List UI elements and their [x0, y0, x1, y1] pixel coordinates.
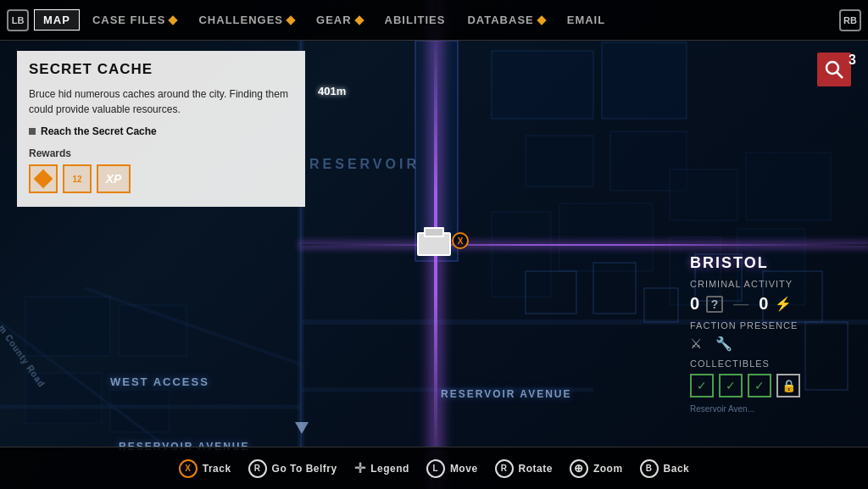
go-to-belfry-button[interactable]: R Go To Belfry — [248, 459, 337, 478]
cache-icon — [417, 232, 451, 256]
l-button-circle: L — [426, 459, 445, 478]
rewards-section: Rewards 12 XP — [29, 147, 293, 193]
bristol-title: BRISTOL — [690, 254, 860, 272]
nav-challenges[interactable]: CHALLENGES — [189, 9, 303, 31]
reward-xp: XP — [97, 164, 131, 193]
nav-database[interactable]: DATABASE — [458, 9, 554, 31]
zoom-label: Zoom — [593, 463, 623, 475]
collectibles-row: ✓ ✓ ✓ 🔒 — [690, 374, 860, 397]
west-access-label: West Access — [110, 375, 209, 388]
rb-button[interactable]: RB — [839, 9, 861, 31]
criminal-activity-row: 0 ? — 0 ⚡ — [690, 294, 860, 314]
svg-rect-1 — [602, 42, 687, 119]
svg-rect-10 — [25, 297, 110, 356]
question-icon: ? — [706, 296, 723, 313]
area-label: Reservoir Aven... — [690, 404, 860, 414]
nav-case-files[interactable]: CASE FILES — [83, 9, 186, 31]
collectible-badge-3: ✓ — [748, 374, 771, 397]
criminal-value-1: 0 — [690, 294, 699, 314]
search-icon — [824, 59, 844, 80]
faction-presence-label: Faction Presence — [690, 320, 860, 331]
map-triangle-marker — [295, 422, 309, 434]
search-badge[interactable] — [817, 53, 851, 86]
zoom-button-circle: ⊕ — [570, 459, 588, 478]
back-button[interactable]: B Back — [640, 459, 690, 478]
distance-label: 401m — [318, 85, 346, 97]
panel-description: Bruce hid numerous caches around the cit… — [29, 86, 293, 117]
nav-diamond-gear — [354, 15, 364, 25]
legend-label: Legend — [370, 463, 409, 475]
bristol-panel: BRISTOL Criminal Activity 0 ? — 0 ⚡ Fact… — [690, 254, 860, 414]
move-button[interactable]: L Move — [426, 459, 478, 478]
svg-rect-2 — [526, 136, 593, 186]
r-button-circle-2: R — [495, 459, 514, 478]
collectible-badge-1: ✓ — [690, 374, 714, 397]
collectible-badge-lock: 🔒 — [776, 374, 800, 397]
faction-icon-2: 🔧 — [715, 336, 732, 352]
collectibles-label: Collectibles — [690, 358, 860, 369]
cache-x-button[interactable]: X — [452, 232, 469, 249]
track-button[interactable]: X Track — [179, 459, 231, 478]
nav-map[interactable]: MAP — [34, 9, 80, 31]
skull-icon: ⚡ — [775, 296, 792, 312]
b-button-circle: B — [640, 459, 659, 478]
nav-diamond-database — [537, 15, 546, 25]
reward-icon-12: 12 — [63, 164, 92, 193]
faction-icon-1: ⚔ — [690, 336, 702, 352]
move-label: Move — [450, 463, 478, 475]
search-badge-count: 3 — [849, 53, 856, 68]
back-label: Back — [664, 463, 690, 475]
reservoir-map-label: RESERVOIR — [309, 157, 420, 172]
rewards-title: Rewards — [29, 147, 293, 159]
rewards-row: 12 XP — [29, 164, 293, 193]
reward-icon-diamond — [29, 164, 58, 193]
rotate-button[interactable]: R Rotate — [495, 459, 553, 478]
plus-icon: ✛ — [354, 460, 366, 476]
svg-line-20 — [85, 288, 301, 364]
svg-rect-6 — [670, 169, 737, 220]
svg-rect-5 — [559, 203, 653, 271]
legend-button[interactable]: ✛ Legend — [354, 460, 409, 476]
faction-row: ⚔ 🔧 — [690, 336, 860, 352]
nav-gear[interactable]: GEAR — [307, 9, 372, 31]
mission-bullet — [29, 128, 36, 135]
header-nav: LB MAP CASE FILES CHALLENGES GEAR ABILIT… — [0, 0, 868, 41]
svg-rect-0 — [492, 51, 593, 119]
reservoir-avenue-label-1: Reservoir Avenue — [441, 388, 571, 400]
nav-email[interactable]: EMAIL — [558, 9, 615, 31]
zoom-button[interactable]: ⊕ Zoom — [570, 459, 623, 478]
mission-item: Reach the Secret Cache — [29, 125, 293, 137]
svg-rect-7 — [746, 153, 831, 220]
track-label: Track — [203, 463, 231, 475]
stat-separator: — — [733, 295, 748, 313]
reward-diamond-shape — [34, 169, 53, 189]
panel-title: SECRET CACHE — [29, 61, 293, 78]
nav-diamond-challenges — [286, 15, 295, 25]
horizontal-beam — [301, 244, 868, 246]
svg-point-29 — [826, 62, 838, 74]
nav-abilities[interactable]: ABILITIES — [376, 9, 455, 31]
info-panel: SECRET CACHE Bruce hid numerous caches a… — [17, 51, 305, 207]
svg-rect-4 — [492, 212, 551, 297]
nav-diamond-case-files — [169, 15, 178, 25]
belfry-label: Go To Belfry — [272, 463, 337, 475]
criminal-value-2: 0 — [759, 294, 768, 314]
collectible-badge-2: ✓ — [719, 374, 743, 397]
criminal-activity-label: Criminal Activity — [690, 279, 860, 289]
x-button-circle: X — [179, 459, 198, 478]
lb-button[interactable]: LB — [7, 9, 29, 31]
mission-label: Reach the Secret Cache — [41, 125, 157, 137]
rotate-label: Rotate — [519, 463, 553, 475]
bottom-bar: X Track R Go To Belfry ✛ Legend L Move R… — [0, 447, 868, 489]
r-button-circle-1: R — [248, 459, 267, 478]
svg-line-30 — [837, 72, 843, 78]
